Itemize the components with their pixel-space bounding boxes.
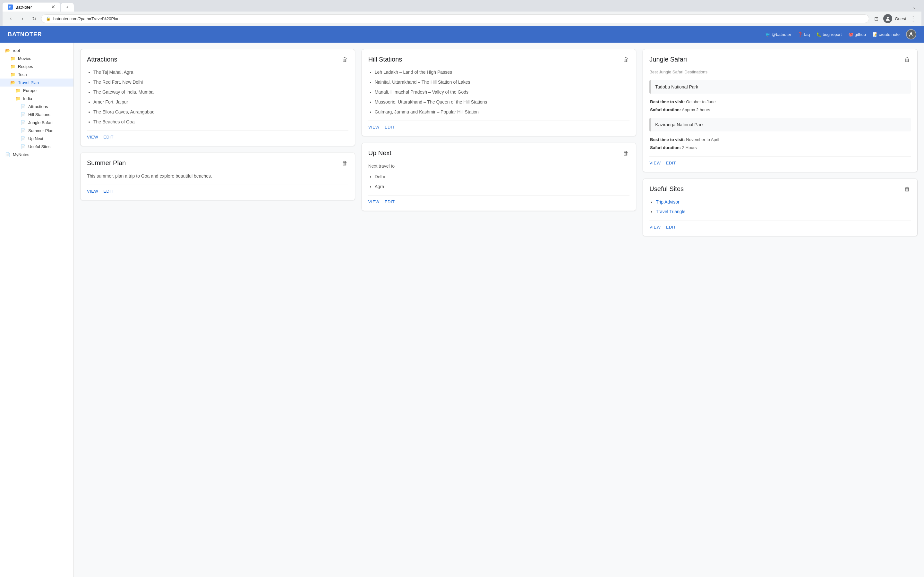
faq-icon: ❓ [798, 32, 803, 37]
forward-button[interactable]: › [18, 14, 27, 23]
notes-grid: Attractions 🗑 The Taj Mahal, Agra The Re… [80, 49, 918, 236]
create-note-link[interactable]: 📝 create note [872, 32, 900, 37]
tadoba-best-time: Best time to visit: October to June [650, 99, 910, 105]
attractions-delete-button[interactable]: 🗑 [341, 56, 349, 64]
sidebar-item-hill-stations[interactable]: 📄 Hill Stations [0, 111, 73, 119]
sidebar-item-mynotes[interactable]: 📄 MyNotes [0, 151, 73, 159]
travel-triangle-link[interactable]: Travel Triangle [656, 208, 911, 215]
summer-plan-text: This summer, plan a trip to Goa and expl… [87, 172, 349, 179]
sidebar-item-recipes[interactable]: 📁 Recipes [0, 63, 73, 71]
useful-sites-list: Trip Advisor Travel Triangle [649, 198, 911, 215]
twitter-icon: 🐦 [765, 32, 771, 37]
up-next-delete-button[interactable]: 🗑 [622, 149, 630, 157]
jungle-safari-delete-button[interactable]: 🗑 [904, 56, 911, 64]
list-item: Agra [375, 183, 630, 190]
bug-report-link[interactable]: 🐛 bug report [816, 32, 842, 37]
up-next-card: Up Next 🗑 Next travel to Delhi Agra VIEW… [362, 143, 636, 211]
attractions-card: Attractions 🗑 The Taj Mahal, Agra The Re… [80, 49, 355, 146]
new-tab-button[interactable]: + [61, 3, 74, 11]
attractions-view-link[interactable]: VIEW [87, 135, 98, 139]
cast-button[interactable]: ⊡ [872, 14, 881, 23]
useful-sites-card: Useful Sites 🗑 Trip Advisor Travel Trian… [643, 179, 918, 236]
useful-sites-edit-link[interactable]: EDIT [666, 225, 676, 229]
up-next-view-link[interactable]: VIEW [368, 199, 380, 204]
app-body: 📂 root 📁 Movies 📁 Recipes 📁 Tech 📂 T [0, 43, 924, 577]
folder-icon-travel-plan: 📂 [10, 80, 15, 85]
twitter-link[interactable]: 🐦 @batnoter [765, 32, 791, 37]
trip-advisor-link[interactable]: Trip Advisor [656, 198, 911, 205]
kaziranga-block: Kaziranga National Park [649, 118, 911, 131]
github-icon: 🐙 [848, 32, 853, 37]
useful-sites-delete-button[interactable]: 🗑 [904, 185, 911, 193]
sidebar-item-movies[interactable]: 📁 Movies [0, 55, 73, 63]
jungle-safari-view-link[interactable]: VIEW [649, 161, 661, 165]
doc-icon-summer-plan: 📄 [21, 128, 26, 133]
url-text: batnoter.com/?path=Travel%20Plan [53, 16, 120, 21]
list-item: The Taj Mahal, Agra [94, 69, 349, 76]
svg-point-1 [910, 32, 912, 34]
list-item: The Red Fort, New Delhi [94, 79, 349, 85]
tab-favicon: B [8, 5, 13, 10]
summer-plan-view-link[interactable]: VIEW [87, 189, 98, 193]
faq-link[interactable]: ❓ faq [798, 32, 810, 37]
jungle-safari-edit-link[interactable]: EDIT [666, 161, 676, 165]
header-links: 🐦 @batnoter ❓ faq 🐛 bug report 🐙 github … [765, 29, 916, 39]
doc-icon-useful-sites: 📄 [21, 144, 26, 149]
sidebar-item-tech[interactable]: 📁 Tech [0, 71, 73, 79]
summer-plan-delete-button[interactable]: 🗑 [341, 159, 349, 167]
list-item: Trip Advisor [656, 198, 911, 205]
doc-icon-jungle-safari: 📄 [21, 120, 26, 125]
kaziranga-duration: Safari duration: 2 Hours [650, 145, 910, 151]
jungle-safari-card: Jungle Safari 🗑 Best Jungle Safari Desti… [643, 49, 918, 172]
sidebar-item-summer-plan[interactable]: 📄 Summer Plan [0, 127, 73, 135]
tab-close-button[interactable]: ✕ [51, 5, 55, 10]
hill-stations-edit-link[interactable]: EDIT [384, 125, 395, 129]
list-item: Mussoorie, Uttarakhand – The Queen of th… [375, 99, 630, 105]
summer-plan-edit-link[interactable]: EDIT [103, 189, 113, 193]
doc-icon-up-next: 📄 [21, 136, 26, 141]
sidebar-item-india[interactable]: 📁 India [0, 95, 73, 103]
sidebar-item-root[interactable]: 📂 root [0, 47, 73, 55]
kaziranga-name: Kaziranga National Park [655, 121, 906, 128]
sidebar-item-jungle-safari[interactable]: 📄 Jungle Safari [0, 119, 73, 127]
header-avatar[interactable] [906, 29, 916, 39]
active-tab[interactable]: B BatNoter ✕ [3, 3, 60, 11]
summer-plan-title: Summer Plan [87, 159, 126, 167]
useful-sites-view-link[interactable]: VIEW [649, 225, 661, 229]
user-avatar[interactable] [883, 14, 892, 23]
attractions-edit-link[interactable]: EDIT [103, 135, 113, 139]
sidebar-item-europe[interactable]: 📁 Europe [0, 87, 73, 95]
hill-stations-delete-button[interactable]: 🗑 [622, 56, 630, 64]
jungle-safari-title: Jungle Safari [649, 56, 687, 63]
content-area: Attractions 🗑 The Taj Mahal, Agra The Re… [74, 43, 924, 577]
list-item: Amer Fort, Jaipur [94, 99, 349, 105]
folder-icon-india: 📁 [15, 96, 21, 101]
sidebar: 📂 root 📁 Movies 📁 Recipes 📁 Tech 📂 T [0, 43, 74, 577]
back-button[interactable]: ‹ [6, 14, 15, 23]
browser-chrome: B BatNoter ✕ + ⌄ ‹ › ↻ 🔒 batnoter.com/?p… [0, 0, 924, 26]
create-note-icon: 📝 [872, 32, 877, 37]
sidebar-item-useful-sites[interactable]: 📄 Useful Sites [0, 143, 73, 151]
hill-stations-list: Leh Ladakh – Land of the High Passes Nai… [368, 69, 630, 115]
list-item: Leh Ladakh – Land of the High Passes [375, 69, 630, 76]
folder-icon-tech: 📁 [10, 72, 15, 77]
list-item: Gulmarg, Jammu and Kashmir – Popular Hil… [375, 109, 630, 115]
list-item: Manali, Himachal Pradesh – Valley of the… [375, 89, 630, 95]
attractions-list: The Taj Mahal, Agra The Red Fort, New De… [87, 69, 349, 125]
user-label: Guest [895, 16, 906, 21]
menu-button[interactable]: ⋮ [909, 14, 918, 23]
doc-icon-attractions: 📄 [21, 104, 26, 109]
bug-icon: 🐛 [816, 32, 821, 37]
address-bar[interactable]: 🔒 batnoter.com/?path=Travel%20Plan [41, 15, 869, 23]
sidebar-item-travel-plan[interactable]: 📂 Travel Plan [0, 79, 73, 87]
github-link[interactable]: 🐙 github [848, 32, 866, 37]
hill-stations-view-link[interactable]: VIEW [368, 125, 380, 129]
tabs-dropdown-button[interactable]: ⌄ [910, 3, 919, 11]
sidebar-item-up-next[interactable]: 📄 Up Next [0, 135, 73, 143]
up-next-edit-link[interactable]: EDIT [384, 199, 395, 204]
sidebar-item-attractions[interactable]: 📄 Attractions [0, 103, 73, 111]
reload-button[interactable]: ↻ [29, 14, 39, 23]
doc-icon-hill-stations: 📄 [21, 112, 26, 117]
list-item: The Beaches of Goa [94, 119, 349, 125]
list-item: The Gateway of India, Mumbai [94, 89, 349, 95]
